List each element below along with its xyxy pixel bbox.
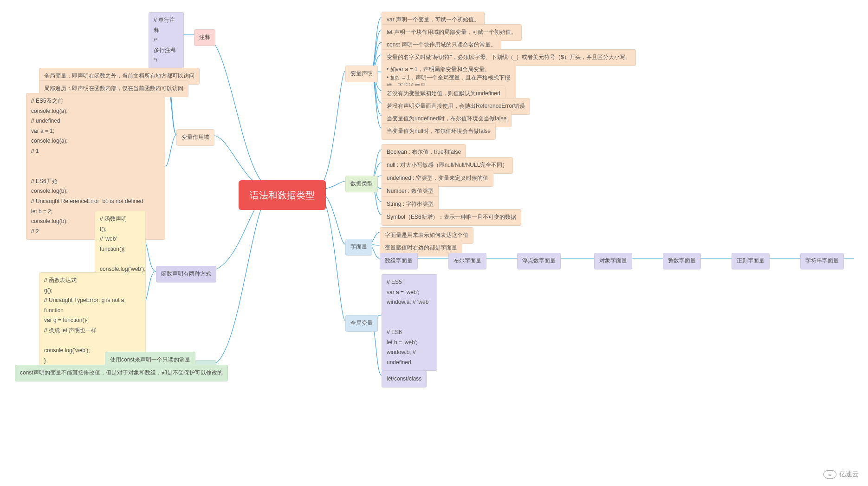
- leaf-decl-8: 当变量值为null时，布尔值环境会当做false: [382, 123, 496, 140]
- branch-types[interactable]: 数据类型: [345, 176, 378, 192]
- leaf-lit-row-6: 字符串字面量: [800, 253, 844, 269]
- branch-func[interactable]: 函数声明有两种方式: [156, 266, 216, 282]
- leaf-global-code: // ES5 var a = 'web'; window.a; // 'web'…: [382, 274, 437, 371]
- leaf-lit-row-5: 正则字面量: [732, 253, 770, 269]
- leaf-const-2: const声明的变量不能直接修改值，但是对于对象和数组，却是不受保护可以修改的: [15, 365, 228, 381]
- leaf-lit-row-2: 浮点数字面量: [517, 253, 561, 269]
- leaf-comment-code: // 单行注释 /* 多行注释 */: [149, 12, 184, 69]
- leaf-func-decl: // 函数声明 f(); // 'web' function(){ consol…: [95, 211, 146, 278]
- root-node[interactable]: 语法和数据类型: [239, 180, 326, 210]
- cloud-icon: ∞: [823, 470, 836, 479]
- leaf-global-1: let/const/class: [382, 371, 427, 387]
- leaf-lit-row-4: 整数字面量: [663, 253, 701, 269]
- branch-comment[interactable]: 注释: [194, 29, 215, 46]
- leaf-type-5: Symbol（ES6新增）：表示一种唯一且不可变的数据: [382, 209, 521, 226]
- branch-literal[interactable]: 字面量: [345, 239, 372, 256]
- watermark-text: 亿速云: [839, 470, 859, 479]
- leaf-lit-row-3: 对象字面量: [594, 253, 632, 269]
- watermark: ∞ 亿速云: [823, 470, 859, 479]
- branch-scope[interactable]: 变量作用域: [176, 129, 214, 146]
- leaf-lit-row-0: 数组字面量: [380, 253, 418, 269]
- branch-global[interactable]: 全局变量: [345, 315, 378, 332]
- branch-decl[interactable]: 变量声明: [345, 66, 378, 82]
- leaf-lit-row-1: 布尔字面量: [448, 253, 486, 269]
